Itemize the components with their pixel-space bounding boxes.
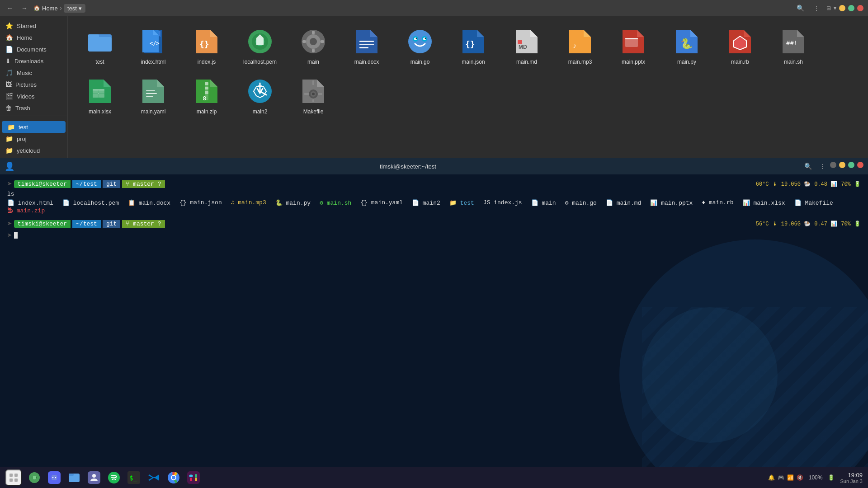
- bat-status-2: 70% 🔋: [841, 221, 861, 227]
- terminal-body[interactable]: ➤ timski@skeeter ~/test git ⑂ master ? 6…: [0, 174, 868, 245]
- file-item-pem[interactable]: localhost.pem: [235, 23, 285, 70]
- file-item-sh[interactable]: ##! main.sh: [769, 23, 818, 70]
- volume-icon[interactable]: 🔇: [797, 474, 803, 481]
- file-name: main.py: [677, 59, 696, 66]
- file-item-rb[interactable]: main.rb: [715, 23, 765, 70]
- taskbar-terminal-icon[interactable]: $_: [125, 469, 143, 487]
- ls-file-mainzip: 🗜 main.zip: [7, 207, 45, 214]
- music-icon: 🎵: [5, 69, 13, 76]
- gamepad-icon[interactable]: 🎮: [778, 474, 784, 481]
- taskbar-teams-icon[interactable]: [85, 469, 103, 487]
- file-item-pptx[interactable]: main.pptx: [609, 23, 658, 70]
- file-item-indexjs[interactable]: {} index.js: [182, 23, 231, 70]
- path-current-dropdown[interactable]: test ▾: [64, 4, 85, 13]
- fm-maximize-button[interactable]: [848, 5, 854, 11]
- sidebar-item-downloads[interactable]: ⬇ Downloads: [0, 55, 67, 67]
- taskbar-chrome-icon[interactable]: [165, 469, 183, 487]
- svg-rect-93: [14, 479, 18, 482]
- svg-marker-56: [797, 30, 804, 37]
- file-item-indexhtml[interactable]: </> index.html: [128, 23, 178, 70]
- file-item-makefile[interactable]: Makefile: [288, 73, 338, 119]
- xlsx-icon: [85, 77, 114, 106]
- apps-grid-button[interactable]: [5, 469, 22, 486]
- prompt-user-2: timski@skeeter: [14, 220, 71, 228]
- sidebar-item-pictures[interactable]: 🖼 Pictures: [0, 79, 67, 90]
- taskbar-vscode-icon[interactable]: [145, 469, 163, 487]
- svg-text:{}: {}: [199, 39, 209, 49]
- svg-marker-39: [530, 30, 538, 37]
- terminal-menu-button[interactable]: ⋮: [816, 162, 828, 171]
- fm-close-button[interactable]: [857, 5, 863, 11]
- ls-file-maindocx: 📋 main.docx: [128, 199, 170, 206]
- file-item-main[interactable]: main: [288, 23, 338, 70]
- fm-search-button[interactable]: 🔍: [794, 2, 807, 14]
- file-name: main.yaml: [141, 108, 166, 116]
- sidebar-starred-label: Starred: [17, 23, 36, 29]
- file-name: localhost.pem: [243, 59, 277, 66]
- svg-rect-2: [88, 37, 112, 52]
- taskbar-extensions-icon[interactable]: [25, 469, 43, 487]
- file-item-py[interactable]: 🐍 main.py: [662, 23, 712, 70]
- prompt-branch-2: ⑂ master ?: [122, 220, 165, 228]
- sidebar-item-music[interactable]: 🎵 Music: [0, 67, 67, 79]
- sidebar-home-label: Home: [17, 34, 33, 41]
- ls-file-mainjson: {} main.json: [179, 199, 222, 206]
- terminal-window-controls: [830, 162, 863, 171]
- file-name: main.rb: [731, 59, 749, 66]
- sidebar-item-test[interactable]: 📁 test: [2, 121, 66, 133]
- svg-rect-77: [205, 91, 208, 94]
- terminal-search-button[interactable]: 🔍: [802, 162, 815, 171]
- file-item-zip[interactable]: 8 main.zip: [182, 73, 231, 119]
- file-item-xlsx[interactable]: main.xlsx: [75, 73, 125, 119]
- sidebar-item-trash[interactable]: 🗑 Trash: [0, 102, 67, 114]
- taskbar-files-icon[interactable]: [65, 469, 83, 487]
- fm-menu-button[interactable]: ⋮: [810, 2, 823, 14]
- sidebar-music-label: Music: [17, 70, 32, 76]
- terminal-maximize-button[interactable]: [848, 162, 854, 168]
- sidebar-item-home[interactable]: 🏠 Home: [0, 32, 67, 43]
- network-icon[interactable]: 📶: [787, 474, 794, 481]
- file-item-docx[interactable]: main.docx: [342, 23, 392, 70]
- svg-marker-68: [157, 80, 164, 87]
- ls-file-mainmp3: ♫ main.mp3: [231, 199, 266, 206]
- svg-point-85: [312, 93, 315, 95]
- terminal-minimize-button[interactable]: [839, 162, 845, 168]
- sidebar-item-starred[interactable]: ⭐ Starred: [0, 20, 67, 32]
- svg-rect-80: [258, 85, 262, 86]
- notification-icon[interactable]: 🔔: [768, 474, 775, 481]
- clock-date: Sun Jan 3: [840, 479, 863, 484]
- folder-test-icon: 📁: [7, 123, 15, 131]
- terminal-close-button[interactable]: [857, 162, 863, 168]
- svg-rect-21: [302, 40, 306, 43]
- file-item-test[interactable]: test: [75, 23, 125, 70]
- fm-minimize-button[interactable]: [839, 5, 845, 11]
- svg-marker-73: [210, 80, 217, 87]
- back-button[interactable]: ←: [5, 3, 15, 14]
- path-home[interactable]: Home: [42, 5, 58, 12]
- fm-window-controls: ⊟ ▾: [826, 5, 863, 11]
- forward-button[interactable]: →: [19, 3, 30, 14]
- sidebar-item-documents[interactable]: 📄 Documents: [0, 43, 67, 55]
- file-item-json[interactable]: {} main.json: [448, 23, 498, 70]
- file-item-md[interactable]: MD main.md: [502, 23, 552, 70]
- sidebar-item-yeticloud[interactable]: 📁 yeticloud: [0, 145, 67, 156]
- makefile-icon: [299, 77, 328, 106]
- terminal-extra-button[interactable]: [830, 162, 836, 168]
- svg-rect-75: [205, 82, 208, 85]
- svg-point-100: [55, 477, 57, 479]
- file-item-yaml[interactable]: main.yaml: [128, 73, 178, 119]
- fm-win-extra2: ▾: [834, 5, 836, 11]
- pptx-icon: [619, 27, 648, 56]
- terminal-arrow-cursor: ➤: [7, 230, 12, 240]
- taskbar-discord-icon[interactable]: [45, 469, 63, 487]
- taskbar-spotify-icon[interactable]: [105, 469, 123, 487]
- ls-file-indexjs: JS index.js: [483, 199, 522, 206]
- svg-rect-110: [154, 477, 159, 478]
- taskbar-slack-icon[interactable]: [184, 469, 203, 487]
- sidebar-item-videos[interactable]: 🎬 Videos: [0, 90, 67, 102]
- file-item-main2[interactable]: main2: [235, 73, 285, 119]
- sidebar-item-proj[interactable]: 📁 proj: [0, 133, 67, 145]
- file-item-go[interactable]: main.go: [395, 23, 445, 70]
- prompt-branch: ⑂ master ?: [122, 180, 165, 188]
- file-item-mp3[interactable]: ♪ main.mp3: [555, 23, 605, 70]
